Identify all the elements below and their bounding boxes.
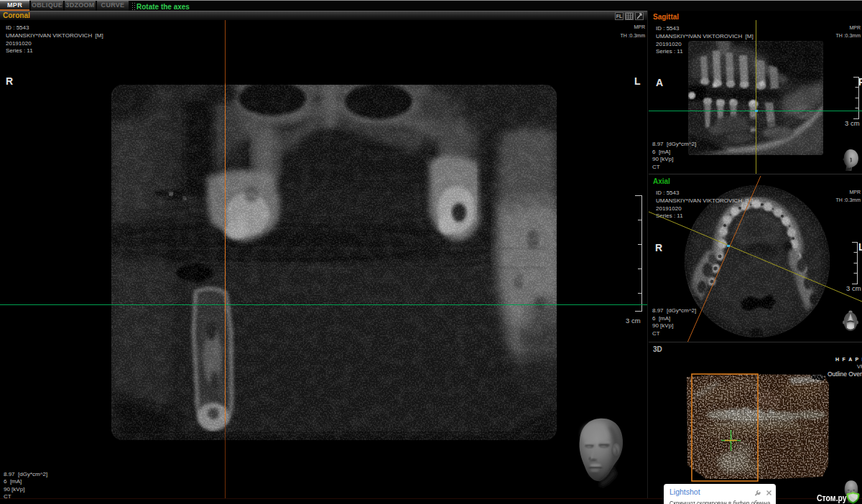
orientation-head-icon [843,309,858,332]
mode-label: MPR [634,24,645,31]
thickness-label: TH :0.3mm [835,32,861,39]
orientation-head-icon [842,149,859,171]
coronal-ct-image [0,20,647,504]
dose-ma: 6 [mA] [4,478,22,485]
fl-button[interactable]: FL [615,12,624,20]
study-date: 20191020 [656,41,682,48]
panel-divider-vertical [647,11,648,499]
close-icon[interactable] [766,490,772,496]
stom-ru-text: Стом.ру [817,493,847,503]
threed-panel-title: 3D [653,345,662,353]
outline-overlay-label[interactable]: Outline Overlay [828,370,862,378]
coronal-viewport[interactable]: ID : 5543 UMANSKIY*IVAN VIKTOROVICH [M] … [0,20,647,504]
lightshot-title: Lightshot [669,487,700,496]
coronal-view-panel[interactable]: Coronal FL [0,11,647,504]
modality: CT [4,493,11,500]
volume-rendering-image[interactable] [649,343,862,504]
mode-label: MPR [849,24,861,32]
lightshot-notification[interactable]: Lightshot Скриншот скопирован в буфер об… [664,484,776,504]
sagittal-view-panel[interactable]: Sagittal ID : 5543 UMANSKIY*IVAN VIKTORO… [649,11,862,174]
orientation-label-anterior: A [656,77,663,88]
thickness-label: TH :0.3mm [620,32,645,39]
volume-3d-panel[interactable]: 3D H F A P L R VR Outline Overlay [649,343,862,504]
modality: CT [652,164,660,171]
tab-oblique[interactable]: OBLIQUE [31,0,63,11]
render-mode-label: VR [857,363,862,370]
patient-id: ID : 5543 [656,25,679,32]
tab-mpr[interactable]: MPR [0,0,29,11]
study-date: 20191020 [6,40,32,47]
tab-curve[interactable]: CURVE [97,0,129,11]
toolbar-separator [131,2,135,10]
axial-plane-line[interactable] [0,304,647,305]
dose-dap: 8.97 [dGy*cm^2] [652,141,696,148]
sagittal-panel-title: Sagittal [653,13,679,21]
stom-ru-watermark: Стом.ру [817,493,847,503]
dose-ma: 6 [mA] [652,149,670,156]
coronal-panel-title: Coronal [3,11,30,19]
dose-kvp: 90 [kVp] [652,156,673,163]
scale-label: 3 cm [626,317,641,325]
orientation-label-right: R [6,75,13,87]
series-number: Series : 11 [656,48,683,55]
patient-name: UMANSKIY*IVAN VIKTOROVICH [M] [6,32,103,39]
plane-lines[interactable] [649,175,862,342]
orientation-buttons[interactable]: H F A P L R [835,356,862,363]
scale-ruler [634,195,643,312]
dose-dap: 8.97 [dGy*cm^2] [4,471,47,478]
mpr-application-window: MPR OBLIQUE 3DZOOM CURVE Rotate the axes… [0,0,862,504]
patient-name: UMANSKIY*IVAN VIKTOROVICH [M] [656,33,754,40]
coronal-panel-header: Coronal FL [0,11,647,20]
grid-icon [626,13,633,19]
orientation-head-model[interactable] [575,416,627,490]
patient-id: ID : 5543 [6,24,29,32]
mode-tab-bar: MPR OBLIQUE 3DZOOM CURVE Rotate the axes [0,0,862,11]
dose-kvp: 90 [kVp] [4,486,24,493]
series-number: Series : 11 [6,47,33,55]
tab-3dzoom[interactable]: 3DZOOM [65,0,96,11]
scale-ruler [852,77,859,120]
orientation-label-left: L [634,75,641,87]
expand-panel-button[interactable] [635,12,644,20]
settings-wrench-icon[interactable] [754,490,761,496]
lightshot-message: Скриншот скопирован в буфер обмена [669,499,770,504]
stom-ru-shield-logo [845,491,861,504]
scale-label: 3 cm [845,120,860,127]
sagittal-plane-line[interactable] [225,20,226,498]
crosshair-center-dot[interactable] [755,110,758,112]
grid-layout-button[interactable] [625,12,634,20]
expand-icon [636,13,643,19]
coronal-plane-line[interactable] [756,20,756,174]
axial-view-panel[interactable]: Axial ID : 5543 UMANSKIY*IVAN VIKTOROVIC… [649,175,862,342]
